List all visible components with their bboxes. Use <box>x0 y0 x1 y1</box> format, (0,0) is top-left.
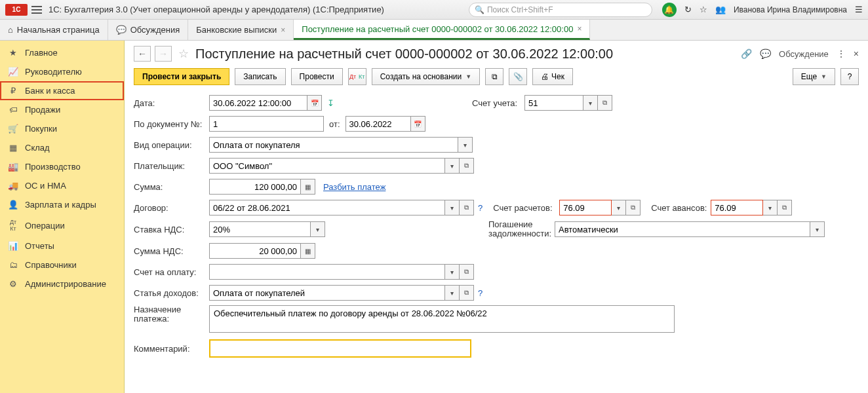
income-field[interactable] <box>209 285 445 301</box>
star-icon[interactable]: ☆ <box>700 5 707 14</box>
dropdown-icon[interactable]: ▾ <box>612 200 626 215</box>
comment-field[interactable] <box>209 339 471 358</box>
sidebar-item-main[interactable]: ★Главное <box>0 43 124 62</box>
invoice-field[interactable] <box>209 264 445 280</box>
from-date-field[interactable] <box>345 116 411 132</box>
optype-field[interactable] <box>209 137 458 153</box>
attach-button[interactable]: 📎 <box>509 68 527 85</box>
gear-icon: ⚙ <box>8 279 18 289</box>
purpose-field[interactable] <box>209 305 675 333</box>
truck-icon: 🚚 <box>8 181 18 191</box>
acc-adv-field[interactable] <box>711 200 763 215</box>
calc-icon[interactable]: ▦ <box>301 179 315 195</box>
sidebar-item-purchases[interactable]: 🛒Покупки <box>0 119 124 138</box>
back-button[interactable]: ← <box>134 46 151 62</box>
tab-discuss[interactable]: 💬 Обсуждения <box>108 20 189 40</box>
sum-field[interactable] <box>209 179 301 195</box>
vatsum-field[interactable] <box>209 243 301 259</box>
date-label: Дата: <box>134 98 209 108</box>
history-icon[interactable]: ↻ <box>684 5 692 14</box>
tab-bank[interactable]: Банковские выписки × <box>188 20 294 40</box>
close-icon[interactable]: × <box>577 24 582 33</box>
sidebar-item-manager[interactable]: 📈Руководителю <box>0 62 124 81</box>
open-icon[interactable]: ⧉ <box>778 200 792 215</box>
sidebar-item-production[interactable]: 🏭Производство <box>0 157 124 176</box>
dtkt-icon: ДтКт <box>8 219 18 232</box>
acc-adv-label: Счет авансов: <box>648 203 711 213</box>
dropdown-icon[interactable]: ▾ <box>311 221 325 237</box>
contract-field[interactable] <box>209 200 445 215</box>
dropdown-icon[interactable]: ▾ <box>445 200 460 215</box>
post-close-button[interactable]: Провести и закрыть <box>134 68 229 85</box>
arrow-down-icon[interactable]: ↧ <box>327 98 334 108</box>
more-menu-icon[interactable]: ⋮ <box>837 48 846 59</box>
open-icon[interactable]: ⧉ <box>460 264 474 280</box>
dropdown-icon[interactable]: ▾ <box>445 158 460 174</box>
calendar-icon[interactable]: 📅 <box>411 116 425 132</box>
discuss-icon[interactable]: 💬 <box>760 48 771 59</box>
favorite-icon[interactable]: ☆ <box>178 47 189 61</box>
dropdown-icon[interactable]: ▾ <box>458 137 473 153</box>
open-icon[interactable]: ⧉ <box>460 158 474 174</box>
settings-icon[interactable]: ☰ <box>855 5 863 14</box>
dropdown-icon[interactable]: ▾ <box>763 200 778 215</box>
purpose-label: Назначениеплатежа: <box>134 305 209 324</box>
close-page-icon[interactable]: × <box>854 48 859 59</box>
dropdown-icon[interactable]: ▾ <box>445 264 460 280</box>
sidebar-item-assets[interactable]: 🚚ОС и НМА <box>0 176 124 195</box>
sidebar-item-bank[interactable]: ₽Банк и касса <box>0 81 124 100</box>
calc-icon[interactable]: ▦ <box>301 243 315 259</box>
dropdown-icon[interactable]: ▾ <box>445 285 460 301</box>
sidebar-item-admin[interactable]: ⚙Администрирование <box>0 274 124 293</box>
docnum-field[interactable] <box>209 116 324 132</box>
people-icon: 👤 <box>8 200 18 210</box>
open-icon[interactable]: ⧉ <box>626 200 641 215</box>
optype-label: Вид операции: <box>134 140 209 150</box>
comment-label: Комментарий: <box>134 344 209 354</box>
payer-field[interactable] <box>209 158 445 174</box>
save-button[interactable]: Записать <box>235 68 285 85</box>
sidebar-item-operations[interactable]: ДтКтОперации <box>0 214 124 236</box>
help-icon[interactable]: ? <box>478 203 483 213</box>
sidebar-item-sales[interactable]: 🏷Продажи <box>0 100 124 119</box>
split-payment-link[interactable]: Разбить платеж <box>323 182 385 192</box>
star-icon: ★ <box>8 48 18 58</box>
coin-icon: ₽ <box>8 86 18 96</box>
more-button[interactable]: Еще▼ <box>793 68 835 85</box>
acc-calc-field[interactable] <box>559 200 612 215</box>
sidebar: ★Главное 📈Руководителю ₽Банк и касса 🏷Пр… <box>0 41 125 393</box>
structure-button[interactable]: ⧉ <box>485 68 503 85</box>
help-button[interactable]: ? <box>840 68 859 85</box>
check-button[interactable]: 🖨 Чек <box>532 68 573 85</box>
dropdown-icon[interactable]: ▾ <box>583 95 598 111</box>
tab-active[interactable]: Поступление на расчетный счет 0000-00000… <box>294 20 590 40</box>
help-icon[interactable]: ? <box>478 288 483 298</box>
sidebar-item-reports[interactable]: 📊Отчеты <box>0 236 124 255</box>
link-icon[interactable]: 🔗 <box>741 48 752 59</box>
dropdown-icon[interactable]: ▾ <box>810 221 825 237</box>
search-input[interactable]: 🔍 Поиск Ctrl+Shift+F <box>469 3 652 17</box>
date-field[interactable] <box>209 95 307 111</box>
dtkt-button[interactable]: ДтКт <box>348 68 366 85</box>
forward-button[interactable]: → <box>155 46 172 62</box>
user-name: Иванова Ирина Владимировна <box>734 5 847 14</box>
bell-icon[interactable]: 🔔 <box>662 3 677 17</box>
discuss-label[interactable]: Обсуждение <box>779 49 829 59</box>
user-icon[interactable]: 👥 <box>715 5 726 14</box>
create-on-basis-button[interactable]: Создать на основании▼ <box>372 68 480 85</box>
open-icon[interactable]: ⧉ <box>598 95 612 111</box>
tag-icon: 🏷 <box>8 105 18 115</box>
menu-icon[interactable] <box>31 6 42 14</box>
open-icon[interactable]: ⧉ <box>460 200 474 215</box>
debt-field[interactable] <box>555 221 810 237</box>
post-button[interactable]: Провести <box>291 68 343 85</box>
sidebar-item-catalogs[interactable]: 🗂Справочники <box>0 255 124 274</box>
close-icon[interactable]: × <box>281 26 285 35</box>
tab-home[interactable]: ⌂ Начальная страница <box>0 20 108 40</box>
vat-field[interactable] <box>209 221 311 237</box>
sidebar-item-hr[interactable]: 👤Зарплата и кадры <box>0 195 124 214</box>
account-field[interactable] <box>524 95 583 111</box>
calendar-icon[interactable]: 📅 <box>307 95 322 111</box>
open-icon[interactable]: ⧉ <box>460 285 474 301</box>
sidebar-item-stock[interactable]: ▦Склад <box>0 138 124 157</box>
